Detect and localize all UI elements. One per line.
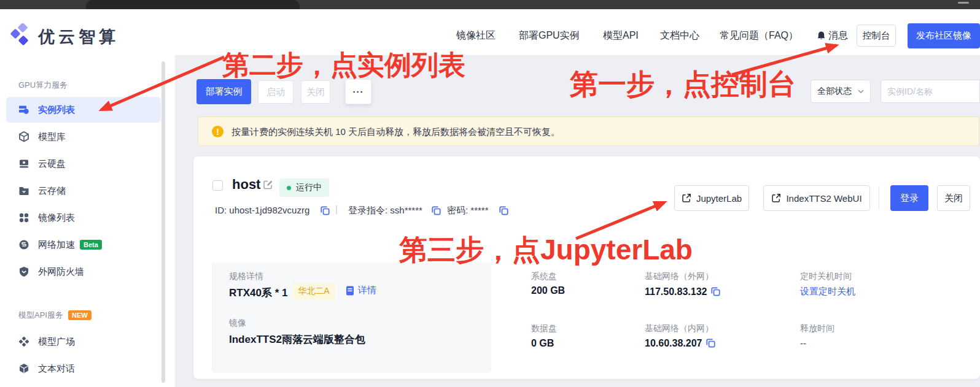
set-shutdown-timer-link[interactable]: 设置定时关机 bbox=[800, 286, 855, 297]
logo-text: 优云智算 bbox=[38, 26, 119, 48]
ext-net-label: 基础网络（外网） bbox=[645, 271, 714, 282]
jupyterlab-label: JupyterLab bbox=[696, 193, 742, 204]
region-badge: 华北二A bbox=[292, 283, 335, 300]
sidebar-section-model-api: 模型API服务 NEW bbox=[18, 310, 91, 321]
publish-community-image-button[interactable]: 发布社区镜像 bbox=[908, 23, 980, 48]
network-acceleration-icon bbox=[18, 239, 29, 250]
release-time-value: -- bbox=[800, 338, 806, 348]
text-chat-icon bbox=[18, 363, 29, 374]
annotation-step3: 第三步，点JupyterLab bbox=[399, 236, 693, 264]
auto-release-alert: ! 按量计费的实例连续关机 10 天后自动释放，释放后数据将会被清空且不可恢复。 bbox=[198, 117, 979, 146]
sys-disk-label: 系统盘 bbox=[531, 271, 557, 282]
indextts2-webui-button[interactable]: IndexTTS2 WebUI bbox=[763, 185, 870, 211]
release-time-label: 释放时间 bbox=[800, 323, 834, 334]
browser-tab[interactable] bbox=[86, 0, 300, 9]
image-value: IndexTTS2雨落云端版整合包 bbox=[229, 332, 365, 347]
chevron-down-icon bbox=[858, 90, 864, 93]
start-button[interactable]: 启动 bbox=[258, 80, 294, 104]
edit-icon[interactable] bbox=[263, 179, 274, 190]
deploy-instance-button[interactable]: 部署实例 bbox=[196, 79, 251, 104]
detail-link-label: 详情 bbox=[358, 285, 376, 296]
status-badge: 运行中 bbox=[279, 178, 329, 197]
status-filter-value: 全部状态 bbox=[817, 86, 852, 97]
alert-text: 按量计费的实例连续关机 10 天后自动释放，释放后数据将会被清空且不可恢复。 bbox=[231, 126, 560, 138]
model-plaza-icon bbox=[18, 336, 29, 347]
spec-detail-link[interactable]: 详情 bbox=[346, 285, 376, 296]
sidebar-item-image-list[interactable]: 镜像列表 bbox=[18, 205, 75, 231]
copy-password-icon[interactable] bbox=[499, 206, 508, 215]
document-icon bbox=[346, 286, 354, 296]
close-instance-button[interactable]: 关闭 bbox=[937, 185, 970, 211]
sidebar-item-cloud-storage[interactable]: 云存储 bbox=[18, 178, 66, 204]
status-filter-select[interactable]: 全部状态 bbox=[811, 80, 871, 103]
sidebar-item-text-chat[interactable]: 文本对话 bbox=[18, 356, 75, 381]
image-list-icon bbox=[18, 212, 29, 223]
instance-name: host bbox=[232, 177, 260, 193]
beta-badge: Beta bbox=[80, 240, 102, 250]
sidebar-scrollbar[interactable] bbox=[161, 61, 165, 383]
sidebar-item-model-plaza[interactable]: 模型广场 bbox=[18, 329, 75, 354]
data-disk-label: 数据盘 bbox=[531, 323, 557, 334]
more-actions-button[interactable]: ··· bbox=[345, 79, 371, 104]
stop-button[interactable]: 关闭 bbox=[301, 80, 330, 104]
window-minimize-icon[interactable] bbox=[958, 2, 969, 4]
spec-value: RTX40系 * 1 bbox=[229, 286, 287, 300]
bell-icon bbox=[817, 31, 826, 41]
sidebar-item-cloud-disk[interactable]: 云硬盘 bbox=[18, 151, 66, 177]
sidebar-item-model-library[interactable]: 模型库 bbox=[18, 124, 66, 150]
image-label: 镜像 bbox=[229, 318, 246, 329]
external-link-icon bbox=[682, 193, 691, 203]
status-text: 运行中 bbox=[296, 182, 322, 193]
status-dot-icon bbox=[287, 186, 291, 190]
nav-faq[interactable]: 常见问题（FAQ） bbox=[720, 29, 798, 42]
sys-disk-value: 200 GB bbox=[531, 285, 565, 296]
login-command: 登录指令: ssh***** bbox=[348, 205, 422, 216]
browser-tab-bar bbox=[0, 0, 980, 9]
messages-label: 消息 bbox=[828, 29, 848, 42]
jupyterlab-button[interactable]: JupyterLab bbox=[674, 185, 749, 211]
warning-icon: ! bbox=[212, 126, 224, 137]
nav-docs-center[interactable]: 文档中心 bbox=[660, 29, 699, 42]
nav-model-api[interactable]: 模型API bbox=[603, 29, 639, 42]
data-disk-value: 0 GB bbox=[531, 338, 554, 349]
webui-label: IndexTTS2 WebUI bbox=[786, 193, 861, 204]
nav-image-community[interactable]: 镜像社区 bbox=[456, 29, 496, 42]
shutdown-timer-label: 定时关机时间 bbox=[800, 271, 852, 282]
instance-checkbox[interactable] bbox=[212, 180, 223, 191]
sidebar-item-external-firewall[interactable]: 外网防火墙 bbox=[18, 259, 84, 285]
cloud-storage-icon bbox=[18, 185, 29, 196]
instance-list-icon bbox=[18, 104, 29, 115]
copy-login-icon[interactable] bbox=[432, 206, 441, 215]
annotation-step2: 第二步，点实例列表 bbox=[222, 52, 465, 79]
instance-id: ID: uhost-1jd982vcuzrg bbox=[215, 205, 309, 215]
sidebar-item-instance-list[interactable]: 实例列表 bbox=[18, 97, 75, 123]
copy-ext-ip-icon[interactable] bbox=[711, 287, 720, 296]
password-masked: 密码: ***** bbox=[447, 205, 489, 216]
external-link-icon bbox=[771, 193, 781, 203]
sidebar-section-gpu-services: GPU算力服务 bbox=[18, 80, 68, 91]
login-button[interactable]: 登录 bbox=[890, 185, 928, 211]
meta-divider: | bbox=[335, 204, 338, 214]
annotation-step1: 第一步，点控制台 bbox=[570, 70, 796, 98]
cloud-disk-icon bbox=[18, 158, 29, 169]
int-net-value: 10.60.38.207 bbox=[645, 338, 702, 349]
spec-label: 规格详情 bbox=[229, 271, 263, 282]
instance-search-input[interactable] bbox=[881, 80, 980, 103]
screen: 优云智算 镜像社区 部署GPU实例 模型API 文档中心 常见问题（FAQ） 消… bbox=[0, 0, 980, 387]
console-button[interactable]: 控制台 bbox=[857, 25, 896, 47]
logo-icon bbox=[10, 23, 32, 48]
messages-link[interactable]: 消息 bbox=[817, 29, 848, 42]
model-library-icon bbox=[18, 131, 29, 142]
nav-deploy-gpu-instance[interactable]: 部署GPU实例 bbox=[519, 29, 580, 42]
int-net-label: 基础网络（内网） bbox=[645, 323, 714, 334]
new-badge: NEW bbox=[68, 310, 91, 320]
copy-id-icon[interactable] bbox=[321, 206, 330, 215]
firewall-icon bbox=[18, 266, 29, 277]
sidebar-item-network-acceleration[interactable]: 网络加速 Beta bbox=[18, 232, 102, 258]
copy-int-ip-icon[interactable] bbox=[706, 339, 715, 348]
ext-net-value: 117.50.83.132 bbox=[645, 286, 707, 297]
button-divider bbox=[879, 187, 879, 209]
